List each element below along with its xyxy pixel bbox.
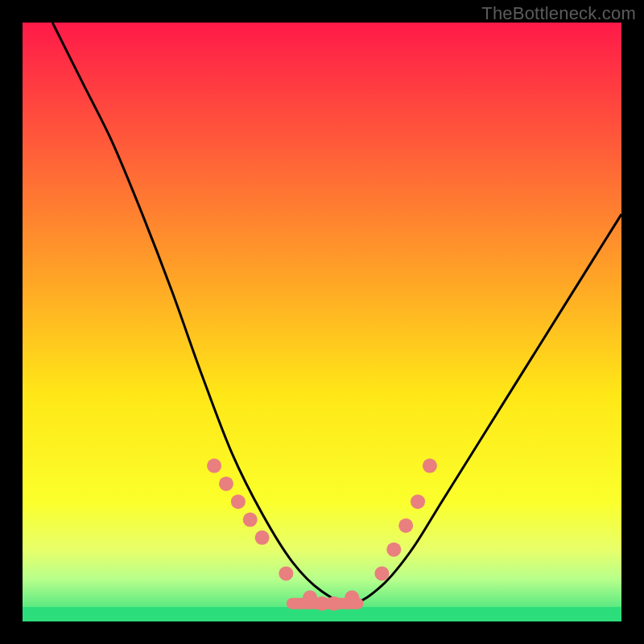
gradient-background <box>23 23 621 621</box>
highlight-dot <box>279 566 293 580</box>
watermark-text: TheBottleneck.com <box>481 3 636 24</box>
highlight-dot <box>243 513 258 527</box>
bottleneck-chart <box>23 23 621 621</box>
highlight-dot <box>398 518 413 533</box>
highlight-dot <box>386 543 401 557</box>
highlight-dot <box>411 494 425 509</box>
highlight-dot <box>255 530 270 545</box>
highlight-dot <box>219 477 233 491</box>
highlight-dot <box>374 566 389 580</box>
highlight-dot <box>423 459 437 473</box>
highlight-dot <box>207 459 221 473</box>
highlight-dot <box>231 494 246 509</box>
chart-frame <box>23 23 621 621</box>
